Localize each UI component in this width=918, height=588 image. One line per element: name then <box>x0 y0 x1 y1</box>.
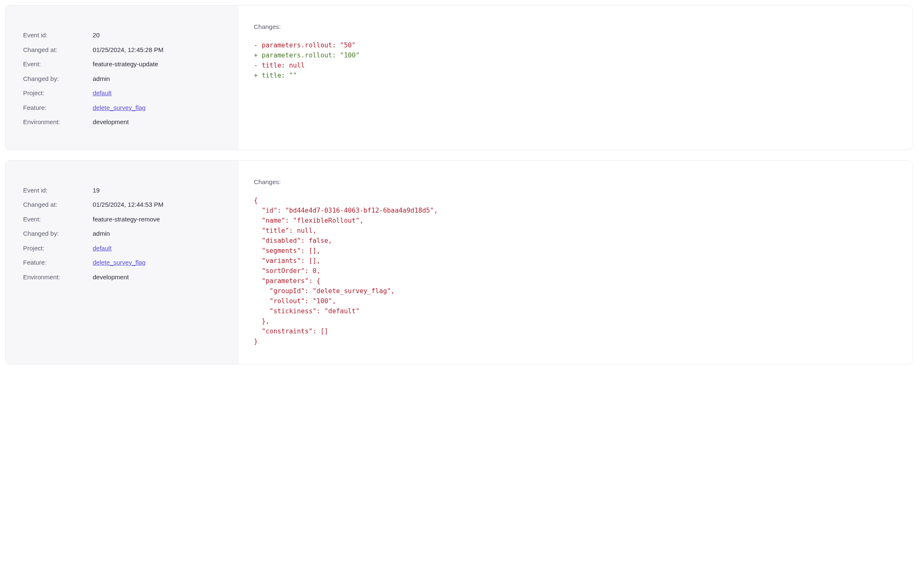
meta-row-event-id: Event id: 20 <box>23 31 221 40</box>
diff-line-removed: "stickiness": "default" <box>254 306 897 316</box>
event-type-value: feature-strategy-update <box>93 60 158 69</box>
diff-line-removed: "parameters": { <box>254 276 897 286</box>
meta-label: Event id: <box>23 31 93 40</box>
diff-line-removed: - title: null <box>254 60 897 70</box>
changes-title: Changes: <box>254 23 897 30</box>
diff-line-removed: "disabled": false, <box>254 236 897 246</box>
event-meta-panel: Event id: 20 Changed at: 01/25/2024, 12:… <box>5 5 239 150</box>
diff-line-removed: "id": "bd44e4d7-0316-4063-bf12-6baa4a9d1… <box>254 206 897 216</box>
event-id-value: 20 <box>93 31 100 40</box>
meta-row-changed-at: Changed at: 01/25/2024, 12:44:53 PM <box>23 200 221 210</box>
project-link[interactable]: default <box>93 88 112 98</box>
meta-row-environment: Environment: development <box>23 117 221 127</box>
changes-title: Changes: <box>254 178 897 185</box>
changed-by-value: admin <box>93 74 110 84</box>
meta-row-event-type: Event: feature-strategy-remove <box>23 215 221 224</box>
diff-line-removed: "title": null, <box>254 226 897 236</box>
meta-row-changed-by: Changed by: admin <box>23 229 221 239</box>
diff-line-removed: "groupId": "delete_survey_flag", <box>254 286 897 296</box>
meta-label: Changed at: <box>23 200 93 210</box>
meta-row-feature: Feature: delete_survey_flag <box>23 103 221 113</box>
event-card: Event id: 19 Changed at: 01/25/2024, 12:… <box>5 160 913 364</box>
event-changes-panel: Changes: - parameters.rollout: "50"+ par… <box>239 5 913 150</box>
meta-label: Event: <box>23 215 93 224</box>
event-card: Event id: 20 Changed at: 01/25/2024, 12:… <box>5 5 913 150</box>
meta-row-changed-at: Changed at: 01/25/2024, 12:45:28 PM <box>23 45 221 55</box>
project-link[interactable]: default <box>93 244 112 253</box>
meta-label: Environment: <box>23 117 93 127</box>
diff-line-removed: { <box>254 195 897 206</box>
meta-label: Project: <box>23 244 93 253</box>
meta-row-changed-by: Changed by: admin <box>23 74 221 84</box>
event-id-value: 19 <box>93 186 100 195</box>
meta-row-event-id: Event id: 19 <box>23 186 221 195</box>
meta-row-project: Project: default <box>23 88 221 98</box>
meta-row-event-type: Event: feature-strategy-update <box>23 60 221 69</box>
meta-row-environment: Environment: development <box>23 273 221 282</box>
environment-value: development <box>93 273 129 282</box>
diff-block: - parameters.rollout: "50"+ parameters.r… <box>254 40 897 81</box>
feature-link[interactable]: delete_survey_flag <box>93 103 146 113</box>
meta-label: Feature: <box>23 258 93 268</box>
diff-line-removed: }, <box>254 316 897 326</box>
diff-line-removed: "name": "flexibleRollout", <box>254 216 897 226</box>
diff-line-removed: "rollout": "100", <box>254 296 897 306</box>
changed-at-value: 01/25/2024, 12:44:53 PM <box>93 200 163 210</box>
meta-label: Project: <box>23 88 93 98</box>
event-changes-panel: Changes: { "id": "bd44e4d7-0316-4063-bf1… <box>239 161 913 364</box>
changed-by-value: admin <box>93 229 110 239</box>
meta-label: Event id: <box>23 186 93 195</box>
meta-label: Environment: <box>23 273 93 282</box>
diff-line-removed: "sortOrder": 0, <box>254 266 897 276</box>
diff-line-removed: } <box>254 336 897 346</box>
meta-label: Event: <box>23 60 93 69</box>
changed-at-value: 01/25/2024, 12:45:28 PM <box>93 45 163 55</box>
diff-line-added: + title: "" <box>254 70 897 81</box>
feature-link[interactable]: delete_survey_flag <box>93 258 146 268</box>
diff-line-removed: "constraints": [] <box>254 326 897 336</box>
diff-line-added: + parameters.rollout: "100" <box>254 50 897 60</box>
meta-row-feature: Feature: delete_survey_flag <box>23 258 221 268</box>
meta-label: Changed by: <box>23 74 93 84</box>
diff-line-removed: "variants": [], <box>254 256 897 266</box>
diff-line-removed: - parameters.rollout: "50" <box>254 40 897 50</box>
diff-line-removed: "segments": [], <box>254 246 897 256</box>
event-meta-panel: Event id: 19 Changed at: 01/25/2024, 12:… <box>5 161 239 364</box>
event-type-value: feature-strategy-remove <box>93 215 160 224</box>
meta-label: Feature: <box>23 103 93 113</box>
environment-value: development <box>93 117 129 127</box>
meta-label: Changed at: <box>23 45 93 55</box>
meta-row-project: Project: default <box>23 244 221 253</box>
meta-label: Changed by: <box>23 229 93 239</box>
diff-block: { "id": "bd44e4d7-0316-4063-bf12-6baa4a9… <box>254 195 897 346</box>
